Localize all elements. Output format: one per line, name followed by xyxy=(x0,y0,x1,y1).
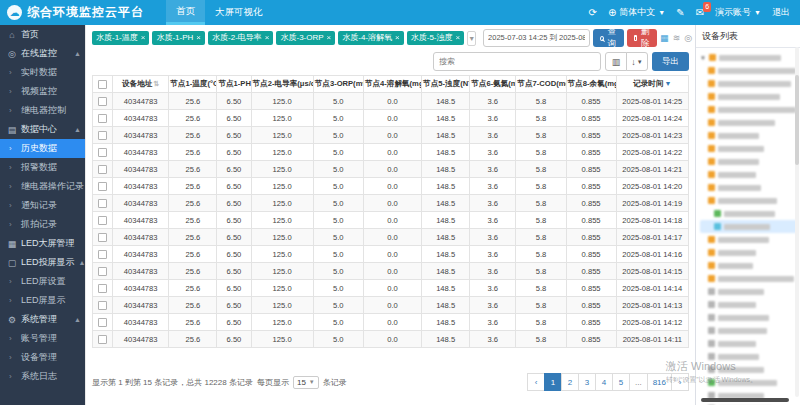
delete-button[interactable]: 删除 xyxy=(627,29,658,47)
sidebar-item[interactable]: ›继电器操作记录 xyxy=(0,177,85,196)
device-tree-item[interactable] xyxy=(700,298,798,311)
device-tree-item[interactable] xyxy=(700,194,798,207)
sidebar-item[interactable]: ›系统日志 xyxy=(0,367,85,386)
pagination-page[interactable]: 816 xyxy=(647,373,672,391)
device-tree-item[interactable] xyxy=(700,64,798,77)
sidebar-item[interactable]: ◎在线监控▲ xyxy=(0,44,85,63)
row-checkbox[interactable] xyxy=(98,130,107,139)
message-icon[interactable]: ✉6 xyxy=(696,7,704,18)
device-tree-item[interactable] xyxy=(700,311,798,324)
row-checkbox[interactable] xyxy=(98,232,107,241)
settings-view-icon[interactable]: ◎ xyxy=(684,33,692,43)
device-tree-item[interactable] xyxy=(700,77,798,90)
grid-view-icon[interactable]: ▦ xyxy=(660,33,669,43)
sidebar-item[interactable]: ⚙系统管理▲ xyxy=(0,310,85,329)
tag-close-icon[interactable]: × xyxy=(265,34,270,42)
row-checkbox[interactable] xyxy=(98,334,107,343)
pagination-page[interactable]: 1 xyxy=(544,373,562,391)
row-checkbox[interactable] xyxy=(98,266,107,275)
device-tree-item[interactable] xyxy=(700,116,798,129)
column-header[interactable]: 节点6-氨氮(mg/L) xyxy=(470,76,516,93)
sidebar-item[interactable]: ›报警数据 xyxy=(0,158,85,177)
sort-desc-icon[interactable]: ▼ xyxy=(665,80,672,87)
tag-close-icon[interactable]: × xyxy=(141,34,146,42)
device-tree-item[interactable] xyxy=(700,337,798,350)
sort-icon[interactable]: ⇅ xyxy=(153,80,159,87)
search-input[interactable] xyxy=(433,52,601,71)
tree-caret-icon[interactable]: ▼ xyxy=(700,55,706,61)
row-checkbox[interactable] xyxy=(98,96,107,105)
per-page-select[interactable]: 15 ▼ xyxy=(293,376,319,389)
account-menu[interactable]: 演示账号 ▼ xyxy=(715,6,761,19)
column-header[interactable]: 节点8-余氯(mg/L) xyxy=(566,76,616,93)
top-tab[interactable]: 首页 xyxy=(166,0,205,25)
sidebar-item[interactable]: ›继电器控制 xyxy=(0,101,85,120)
sidebar-item[interactable]: ›LED屏显示 xyxy=(0,291,85,310)
row-checkbox[interactable] xyxy=(98,147,107,156)
line-view-icon[interactable]: ≋ xyxy=(673,33,681,43)
row-checkbox[interactable] xyxy=(98,300,107,309)
row-checkbox[interactable] xyxy=(98,215,107,224)
device-tree-item[interactable] xyxy=(700,350,798,363)
device-tree-item[interactable] xyxy=(700,272,798,285)
device-tree-item[interactable] xyxy=(700,259,798,272)
row-checkbox[interactable] xyxy=(98,181,107,190)
device-tree-item[interactable] xyxy=(700,207,798,220)
logout-button[interactable]: 退出 xyxy=(772,6,790,19)
device-tree-item[interactable] xyxy=(700,376,798,389)
column-header[interactable]: 节点2-电导率(μs/cm) xyxy=(251,76,313,93)
column-header[interactable]: 节点5-浊度(NTU) xyxy=(422,76,470,93)
tag-close-icon[interactable]: × xyxy=(395,34,400,42)
device-tree-item[interactable] xyxy=(700,246,798,259)
column-header[interactable]: 节点1-PH xyxy=(217,76,251,93)
tag-close-icon[interactable]: × xyxy=(196,34,201,42)
tag-close-icon[interactable]: × xyxy=(456,34,461,42)
sidebar-item[interactable]: ⌂首页 xyxy=(0,25,85,44)
vertical-scrollbar-thumb[interactable] xyxy=(795,75,799,165)
pagination-page[interactable]: 5 xyxy=(612,373,630,391)
device-tree-item[interactable] xyxy=(700,233,798,246)
column-header[interactable]: 节点3-ORP(mv) xyxy=(313,76,363,93)
row-checkbox[interactable] xyxy=(98,283,107,292)
edit-icon[interactable]: ✎ xyxy=(676,7,684,18)
sidebar-item[interactable]: ▢LED投屏显示▲ xyxy=(0,253,85,272)
top-tab[interactable]: 大屏可视化 xyxy=(205,0,273,25)
sidebar-item[interactable]: ›抓拍记录 xyxy=(0,215,85,234)
row-checkbox[interactable] xyxy=(98,249,107,258)
tag-close-icon[interactable]: × xyxy=(327,34,332,42)
sidebar-item[interactable]: ›设备管理 xyxy=(0,348,85,367)
sidebar-item[interactable]: ›LED屏设置 xyxy=(0,272,85,291)
column-header[interactable]: 记录时间▼ xyxy=(616,76,688,93)
device-tree-item[interactable] xyxy=(700,363,798,376)
pagination-page[interactable]: 4 xyxy=(595,373,613,391)
sidebar-item[interactable]: ›视频监控 xyxy=(0,82,85,101)
row-checkbox[interactable] xyxy=(98,198,107,207)
export-button[interactable]: 导出 xyxy=(652,52,689,71)
device-tree-item[interactable] xyxy=(700,324,798,337)
row-checkbox[interactable] xyxy=(98,113,107,122)
columns-toggle-button[interactable]: ▥ xyxy=(605,52,627,71)
language-selector[interactable]: ⊕ 简体中文 ▼ xyxy=(608,6,665,19)
sidebar-item[interactable]: ›通知记录 xyxy=(0,196,85,215)
column-header[interactable]: 节点4-溶解氧(mg/L) xyxy=(363,76,421,93)
query-button[interactable]: 查询 xyxy=(593,29,624,47)
device-tree-item[interactable] xyxy=(700,129,798,142)
pagination-page[interactable]: 3 xyxy=(578,373,596,391)
date-range-input[interactable] xyxy=(483,29,590,47)
sidebar-item[interactable]: ▦LED大屏管理 xyxy=(0,234,85,253)
sidebar-item[interactable]: ›实时数据 xyxy=(0,63,85,82)
export-menu-button[interactable]: ↓ ▼ xyxy=(626,52,648,71)
device-tree-item[interactable] xyxy=(700,220,798,233)
column-header[interactable]: 节点1-温度(°C) xyxy=(169,76,217,93)
sidebar-item[interactable]: ›历史数据 xyxy=(0,139,85,158)
column-header[interactable]: 设备地址⇅ xyxy=(113,76,169,93)
sidebar-item[interactable]: ›账号管理 xyxy=(0,329,85,348)
device-tree-item[interactable] xyxy=(700,168,798,181)
column-header[interactable]: 节点7-COD(mg/L) xyxy=(516,76,566,93)
pagination-next[interactable]: › xyxy=(671,373,689,391)
select-all-checkbox[interactable] xyxy=(98,79,107,88)
device-tree-item[interactable] xyxy=(700,103,798,116)
device-tree-item[interactable] xyxy=(700,142,798,155)
tags-dropdown-caret[interactable]: ▼ xyxy=(467,31,476,46)
device-tree-item[interactable] xyxy=(700,90,798,103)
